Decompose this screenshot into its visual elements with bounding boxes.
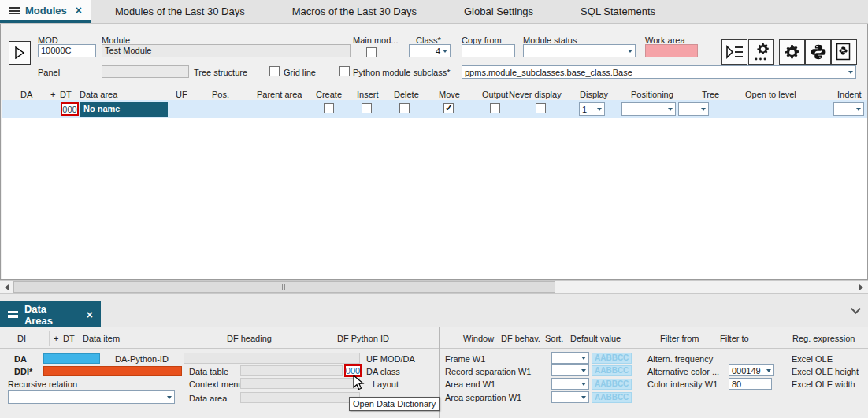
area-separation-select[interactable] <box>551 391 589 403</box>
tooltip-open-data-dictionary: Open Data Dictionary <box>349 397 440 411</box>
data-area-name-cell[interactable]: No name <box>80 102 168 117</box>
horizontal-scrollbar[interactable] <box>0 280 868 294</box>
grid-line-checkbox[interactable] <box>269 66 280 76</box>
ddi-dt-cell[interactable]: 000 <box>344 364 362 377</box>
arrow-right-icon <box>859 284 863 290</box>
data-area-field[interactable] <box>240 392 360 403</box>
da-dt-cell[interactable]: 000 <box>61 102 79 116</box>
scrollbar-thumb[interactable] <box>13 281 555 293</box>
excel-ole-height-label: Excel OLE height <box>792 367 859 376</box>
run-button[interactable] <box>9 41 31 65</box>
area-separation-label: Area separation W1 <box>445 393 521 402</box>
record-separation-color-field[interactable]: AABBCC <box>592 365 632 376</box>
col-uf: UF <box>176 90 187 99</box>
panel-field[interactable] <box>102 65 189 78</box>
python-subclass-select[interactable]: ppms.module_subclasses.base_class.Base <box>462 65 856 79</box>
col-display: Display <box>580 90 608 99</box>
close-tab-icon[interactable]: × <box>76 4 82 17</box>
col-move: Move <box>439 90 460 99</box>
indent-select[interactable] <box>833 102 864 116</box>
scroll-right-button[interactable] <box>855 281 868 293</box>
data-area-label: Data area <box>189 394 227 403</box>
da-python-id-field[interactable] <box>184 353 360 364</box>
move-checkbox[interactable] <box>443 103 454 113</box>
hdr-filter-to: Filter to <box>720 334 749 343</box>
header-divider <box>76 331 76 346</box>
work-area-field[interactable] <box>645 44 698 57</box>
module-panel: MOD Module Main mod... Class* Copy from … <box>0 24 868 280</box>
alternative-color-select[interactable]: 000149 <box>729 364 774 376</box>
area-separation-color-field[interactable]: AABBCC <box>592 392 632 403</box>
tab-data-areas[interactable]: Data Areas × <box>0 301 101 328</box>
gear-options-button[interactable] <box>748 39 774 65</box>
python-file-button[interactable] <box>831 39 857 65</box>
chevron-down-icon <box>856 108 861 111</box>
module-field[interactable]: Test Module <box>102 44 351 57</box>
main-module-label: Main mod... <box>353 35 398 45</box>
collapse-pane-chevron-down-icon[interactable] <box>851 304 861 314</box>
area-end-select[interactable] <box>551 378 589 390</box>
chevron-down-icon <box>668 108 673 111</box>
tab-modules[interactable]: Modules × <box>0 0 91 23</box>
output-checkbox[interactable] <box>490 103 500 113</box>
tab-bar: Modules × Modules of the Last 30 Days Ma… <box>0 0 868 24</box>
col-never-display: Never display <box>509 90 562 99</box>
positioning-select[interactable] <box>621 102 676 116</box>
python-subclass-checkbox[interactable] <box>339 66 350 76</box>
header-divider <box>49 331 50 346</box>
close-pane-icon[interactable]: × <box>87 309 93 321</box>
table-body-empty <box>2 118 867 279</box>
record-separation-select[interactable] <box>551 364 589 376</box>
frame-w1-select[interactable] <box>551 352 589 364</box>
pane-title: Data Areas <box>24 303 77 327</box>
data-areas-form: DI + DT Data item DF heading DF Python I… <box>0 327 868 418</box>
play-icon <box>14 46 25 59</box>
hdr-df-behav: DF behav. <box>501 334 540 343</box>
create-checkbox[interactable] <box>324 103 334 113</box>
recursive-relation-label: Recursive relation <box>8 379 77 389</box>
col-da: DA <box>20 90 32 99</box>
ddi-row-label: DDI* <box>14 367 32 376</box>
context-menu-field[interactable] <box>240 378 360 389</box>
module-status-select[interactable] <box>523 44 636 57</box>
recursive-relation-select[interactable] <box>8 390 175 404</box>
menu-icon[interactable] <box>8 311 18 318</box>
python-subclass-label: Python module subclass* <box>353 68 451 77</box>
delete-checkbox[interactable] <box>399 103 410 113</box>
tab-label: Global Settings <box>464 6 533 17</box>
class-select[interactable]: 4 <box>409 44 451 57</box>
insert-checkbox[interactable] <box>362 103 372 113</box>
tab-macros-last-30-days[interactable]: Macros of the Last 30 Days <box>269 0 440 23</box>
menu-icon[interactable] <box>9 7 20 14</box>
frame-color-field[interactable]: AABBCC <box>592 353 632 364</box>
scroll-left-button[interactable] <box>0 281 13 293</box>
tab-label: SQL Statements <box>581 6 655 17</box>
display-select[interactable]: 1 <box>579 102 605 116</box>
da-class-label: DA class <box>366 367 400 376</box>
ddi-color-field[interactable] <box>43 366 182 376</box>
excel-ole-label: Excel OLE <box>792 354 833 364</box>
app-window: { "colors": { "accent_teal": "#175d77", … <box>0 0 868 418</box>
program-flow-button[interactable] <box>721 39 747 65</box>
mod-field[interactable]: 10000C <box>38 44 96 57</box>
tab-global-settings[interactable]: Global Settings <box>440 0 557 23</box>
chevron-down-icon <box>848 71 853 74</box>
never-display-checkbox[interactable] <box>536 103 546 113</box>
da-color-field[interactable] <box>43 353 100 364</box>
tab-sql-statements[interactable]: SQL Statements <box>557 0 679 23</box>
area-end-color-field[interactable]: AABBCC <box>592 379 632 390</box>
copy-from-field[interactable] <box>462 44 515 57</box>
settings-button[interactable] <box>779 39 805 65</box>
chevron-down-icon <box>443 50 447 53</box>
table-row[interactable]: 000 No name 1 <box>2 100 867 118</box>
tab-label: Macros of the Last 30 Days <box>292 6 417 17</box>
color-intensity-field[interactable]: 80 <box>729 378 772 390</box>
class-value: 4 <box>410 46 443 56</box>
tree-select[interactable] <box>678 102 709 116</box>
main-module-checkbox[interactable] <box>366 47 377 57</box>
python-icon <box>810 43 827 61</box>
hdr-di: DI <box>17 334 26 343</box>
python-button[interactable] <box>805 39 831 65</box>
data-table-field[interactable] <box>240 365 343 376</box>
tab-modules-last-30-days[interactable]: Modules of the Last 30 Days <box>91 0 269 23</box>
